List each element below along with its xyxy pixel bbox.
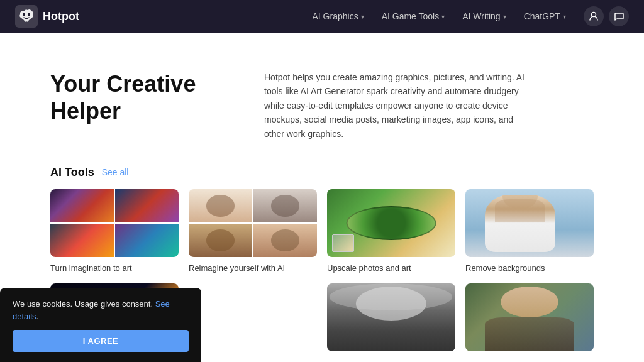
tool-image-bg-remove: [465, 189, 594, 257]
eye-card: [327, 189, 455, 257]
chat-icon: [614, 11, 624, 21]
tool-image-reimagine: [189, 189, 317, 257]
cookie-agree-button[interactable]: I AGREE: [13, 330, 189, 352]
bg-remove-inner: [465, 189, 594, 257]
tool-label-reimagine: Reimagine yourself with AI: [189, 263, 285, 273]
person-body: [485, 195, 555, 253]
tool-label-art: Turn imagination to art: [50, 263, 132, 273]
mosaic-cell-1: [50, 189, 114, 222]
svg-point-1: [23, 13, 25, 16]
tool-image-upscale: [327, 189, 455, 257]
face-cell-1: [189, 189, 252, 222]
bg-sky: [465, 189, 594, 257]
hero-description: Hotpot helps you create amazing graphics…: [264, 70, 528, 141]
nav-chatgpt[interactable]: ChatGPT ▾: [516, 8, 574, 25]
hair-shape: [495, 199, 545, 222]
chevron-down-icon: ▾: [563, 13, 566, 20]
nav-game-tools[interactable]: AI Game Tools ▾: [374, 8, 453, 25]
tool-card-upscale[interactable]: Upscale photos and art: [327, 189, 455, 273]
face-cell-2: [253, 189, 317, 222]
art-mosaic: [50, 189, 179, 257]
svg-point-2: [28, 13, 30, 16]
cookie-text: We use cookies. Usage gives consent. See…: [13, 298, 189, 322]
tool-image-mona: [465, 283, 594, 351]
nav-bar: AI Graphics ▾ AI Game Tools ▾ AI Writing…: [305, 8, 574, 25]
tool-card-marilyn[interactable]: [327, 283, 455, 351]
upscale-inset-inner: [333, 235, 353, 251]
mona-body: [485, 317, 575, 351]
nav-graphics[interactable]: AI Graphics ▾: [305, 8, 372, 25]
logo-area[interactable]: Hotpot: [15, 5, 79, 28]
hero-left: Your CreativeHelper: [50, 70, 214, 124]
logo-text: Hotpot: [43, 10, 79, 23]
tool-card-mona[interactable]: [465, 283, 594, 351]
chevron-down-icon: ▾: [503, 13, 506, 20]
mosaic-cell-4: [115, 224, 179, 257]
tool-image-marilyn: [327, 283, 455, 351]
header: Hotpot AI Graphics ▾ AI Game Tools ▾ AI …: [0, 0, 644, 33]
section-title: AI Tools: [50, 166, 94, 179]
upscale-inset: [332, 234, 354, 252]
tools-grid-row1: Turn imagination to art: [50, 189, 594, 273]
eye-shape: [347, 206, 436, 240]
chevron-down-icon: ▾: [441, 13, 445, 20]
chat-icon-button[interactable]: [609, 6, 629, 26]
hero-section: Your CreativeHelper Hotpot helps you cre…: [0, 33, 644, 166]
tool-label-bg-remove: Remove backgrounds: [465, 263, 545, 273]
tool-card-reimagine[interactable]: Reimagine yourself with AI: [189, 189, 317, 273]
face-cell-4: [253, 224, 317, 257]
marilyn-hair: [330, 283, 453, 310]
nav-writing[interactable]: AI Writing ▾: [455, 8, 513, 25]
hero-title: Your CreativeHelper: [50, 70, 214, 124]
tool-image-art: [50, 189, 179, 257]
face-cell-3: [189, 224, 252, 257]
header-icons: [584, 6, 629, 26]
tool-card-art[interactable]: Turn imagination to art: [50, 189, 179, 273]
user-icon: [589, 11, 599, 21]
face-mosaic: [189, 189, 317, 257]
tool-card-bg-remove[interactable]: Remove backgrounds: [465, 189, 594, 273]
mona-head: [501, 287, 558, 317]
section-header: AI Tools See all: [50, 166, 594, 179]
chevron-down-icon: ▾: [361, 13, 364, 20]
mosaic-cell-2: [115, 189, 179, 222]
logo-icon: [15, 5, 38, 28]
profile-icon-button[interactable]: [584, 6, 604, 26]
see-all-link[interactable]: See all: [102, 167, 129, 177]
mosaic-cell-3: [50, 224, 114, 257]
cookie-banner: We use cookies. Usage gives consent. See…: [0, 288, 201, 362]
tool-label-upscale: Upscale photos and art: [327, 263, 411, 273]
checkerboard-bg: [549, 189, 594, 257]
